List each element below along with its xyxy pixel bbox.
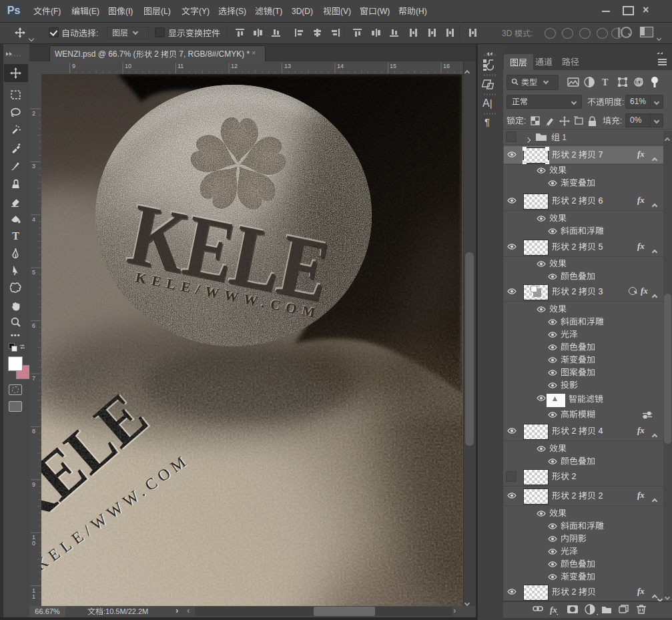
svg-text:6: 6 — [32, 322, 35, 329]
svg-text:9: 9 — [72, 63, 75, 69]
svg-text:12: 12 — [231, 63, 238, 69]
svg-text:11: 11 — [178, 63, 184, 69]
svg-text:2: 2 — [32, 110, 35, 117]
svg-text:T: T — [12, 230, 19, 242]
svg-text:1: 1 — [32, 593, 35, 600]
svg-text:16: 16 — [443, 63, 450, 69]
svg-text:7: 7 — [32, 375, 35, 382]
svg-text:14: 14 — [337, 63, 344, 69]
svg-text:8: 8 — [32, 428, 35, 434]
svg-text:T: T — [602, 77, 609, 87]
svg-text:fx: fx — [550, 605, 557, 615]
svg-text:4: 4 — [32, 216, 35, 223]
svg-text:5: 5 — [32, 269, 35, 276]
svg-text:15: 15 — [390, 63, 396, 69]
svg-text:13: 13 — [284, 63, 291, 69]
svg-text:9: 9 — [32, 481, 35, 488]
svg-text:10: 10 — [125, 63, 131, 69]
svg-text:3: 3 — [32, 163, 35, 170]
svg-text:0: 0 — [32, 540, 35, 547]
